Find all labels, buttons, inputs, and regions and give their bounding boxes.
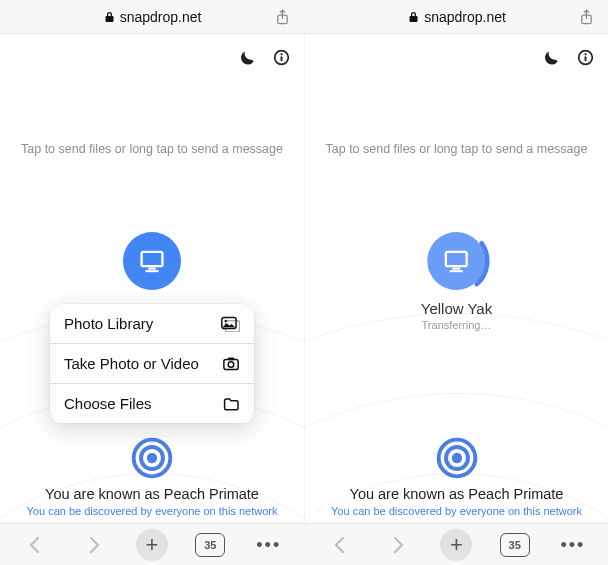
about-button[interactable]: [572, 44, 598, 70]
peer-avatar: [427, 232, 485, 290]
more-button[interactable]: •••: [249, 528, 289, 562]
share-icon: [274, 8, 291, 25]
local-device-name: You are known as Peach Primate: [45, 486, 259, 502]
lock-icon: [103, 10, 116, 23]
share-button[interactable]: [268, 3, 296, 31]
menu-photo-library[interactable]: Photo Library: [50, 304, 254, 344]
phone-left: snapdrop.net Tap to send files or long t…: [0, 0, 304, 565]
local-device: You are known as Peach Primate You can b…: [305, 436, 608, 517]
page-url: snapdrop.net: [424, 9, 506, 25]
app-area: Tap to send files or long tap to send a …: [305, 34, 608, 523]
browser-toolbar: + 35 •••: [305, 523, 608, 565]
info-icon: [273, 49, 290, 66]
menu-item-label: Choose Files: [64, 395, 152, 412]
lock-icon: [407, 10, 420, 23]
app-area: Tap to send files or long tap to send a …: [0, 34, 304, 523]
new-tab-button[interactable]: +: [436, 528, 476, 562]
url-bar[interactable]: snapdrop.net: [305, 0, 608, 34]
share-button[interactable]: [572, 3, 600, 31]
back-button[interactable]: [15, 528, 55, 562]
menu-take-photo[interactable]: Take Photo or Video: [50, 344, 254, 384]
peer-avatar: [123, 232, 181, 290]
back-button[interactable]: [320, 528, 360, 562]
tab-count: 35: [195, 533, 225, 557]
tab-count: 35: [500, 533, 530, 557]
url-bar[interactable]: snapdrop.net: [0, 0, 304, 34]
radar-icon: [130, 436, 174, 480]
photos-icon: [220, 316, 240, 332]
menu-choose-files[interactable]: Choose Files: [50, 384, 254, 423]
hint-text: Tap to send files or long tap to send a …: [305, 142, 608, 156]
new-tab-button[interactable]: +: [132, 528, 172, 562]
file-picker-menu: Photo Library Take Photo or Video Choose…: [50, 304, 254, 423]
menu-item-label: Photo Library: [64, 315, 153, 332]
peer-name: Yellow Yak: [421, 300, 492, 317]
theme-toggle-button[interactable]: [538, 44, 564, 70]
local-device-name: You are known as Peach Primate: [350, 486, 564, 502]
browser-toolbar: + 35 •••: [0, 523, 304, 565]
dots-icon: •••: [256, 536, 281, 554]
camera-icon: [222, 356, 240, 372]
about-button[interactable]: [268, 44, 294, 70]
desktop-icon: [139, 248, 165, 274]
hint-text: Tap to send files or long tap to send a …: [0, 142, 304, 156]
menu-item-label: Take Photo or Video: [64, 355, 199, 372]
back-arrow-icon: [25, 534, 45, 556]
moon-icon: [239, 49, 255, 65]
local-device: You are known as Peach Primate You can b…: [0, 436, 304, 517]
page-url: snapdrop.net: [120, 9, 202, 25]
phone-right: snapdrop.net Tap to send files or long t…: [304, 0, 608, 565]
peer-device[interactable]: [123, 232, 181, 290]
discoverable-text: You can be discovered by everyone on thi…: [27, 505, 278, 517]
forward-button[interactable]: [74, 528, 114, 562]
info-icon: [577, 49, 594, 66]
radar-icon: [435, 436, 479, 480]
folder-icon: [222, 396, 240, 412]
tabs-button[interactable]: 35: [495, 528, 535, 562]
plus-icon: +: [136, 529, 168, 561]
moon-icon: [543, 49, 559, 65]
discoverable-text: You can be discovered by everyone on thi…: [331, 505, 582, 517]
forward-button[interactable]: [378, 528, 418, 562]
forward-arrow-icon: [388, 534, 408, 556]
peer-device[interactable]: Yellow Yak Transferring…: [421, 232, 492, 331]
theme-toggle-button[interactable]: [234, 44, 260, 70]
forward-arrow-icon: [84, 534, 104, 556]
plus-icon: +: [440, 529, 472, 561]
back-arrow-icon: [330, 534, 350, 556]
desktop-icon: [443, 248, 469, 274]
tabs-button[interactable]: 35: [190, 528, 230, 562]
peer-status: Transferring…: [422, 319, 492, 331]
share-icon: [578, 8, 595, 25]
dots-icon: •••: [560, 536, 585, 554]
more-button[interactable]: •••: [553, 528, 593, 562]
